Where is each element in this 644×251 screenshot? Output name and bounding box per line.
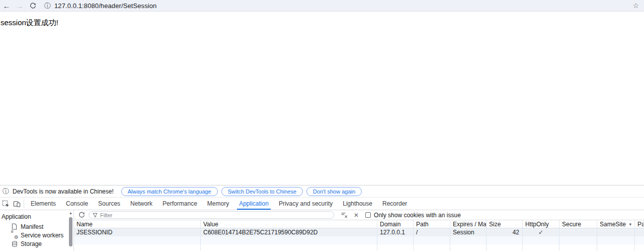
sidebar-item-service-workers[interactable]: ⚙⚙ Service workers	[0, 231, 73, 239]
sidebar-scrollbar[interactable]: ▴	[68, 211, 73, 250]
cookie-secure-cell	[559, 228, 597, 236]
column-header-partition[interactable]: Par...	[635, 220, 644, 228]
empty-cell	[201, 244, 377, 251]
empty-cell	[377, 244, 414, 251]
empty-cell	[523, 244, 559, 251]
sidebar-item-label: Service workers	[21, 232, 63, 239]
column-header-path[interactable]: Path	[414, 220, 450, 228]
tab-elements[interactable]: Elements	[26, 198, 61, 210]
manifest-file-icon	[11, 223, 18, 230]
tab-memory[interactable]: Memory	[202, 198, 234, 210]
back-icon[interactable]: ←	[0, 2, 13, 10]
empty-cell	[523, 236, 559, 244]
filter-funnel-icon	[93, 213, 98, 218]
page-info-icon[interactable]: ⓘ	[44, 3, 51, 9]
empty-cell	[414, 244, 450, 251]
samesite-header-label: SameSite	[600, 221, 626, 228]
column-header-value[interactable]: Value	[201, 220, 377, 228]
scrollbar-up-icon[interactable]: ▴	[68, 211, 73, 216]
empty-table-row	[74, 236, 644, 244]
tab-network[interactable]: Network	[125, 198, 157, 210]
tab-application[interactable]: Application	[234, 198, 274, 210]
empty-cell	[635, 244, 644, 251]
column-header-expires[interactable]: Expires / Ma...	[450, 220, 487, 228]
empty-cell	[450, 236, 487, 244]
tab-lighthouse[interactable]: Lighthouse	[338, 198, 377, 210]
application-sidebar: Application Manifest ⚙⚙ Service workers …	[0, 210, 74, 251]
cookie-name-cell: JSESSIONID	[74, 228, 201, 236]
empty-cell	[414, 236, 450, 244]
always-match-language-button[interactable]: Always match Chrome's language	[121, 187, 218, 196]
empty-cell	[450, 244, 487, 251]
delete-selected-icon[interactable]: ✕	[354, 212, 359, 218]
browser-toolbar: ← → ⓘ 127.0.0.1:8080/header/SetSession ☆	[0, 0, 644, 12]
empty-cell	[74, 236, 201, 244]
tab-sources[interactable]: Sources	[93, 198, 125, 210]
empty-cell	[597, 236, 635, 244]
infobar-message: DevTools is now available in Chinese!	[13, 188, 114, 195]
cookie-httponly-cell: ✓	[523, 228, 559, 236]
address-bar[interactable]: ⓘ 127.0.0.1:8080/header/SetSession	[44, 2, 632, 10]
sidebar-item-label: Storage	[21, 240, 42, 247]
switch-to-chinese-button[interactable]: Switch DevTools to Chinese	[221, 187, 303, 196]
refresh-cookies-icon[interactable]	[77, 212, 86, 218]
bookmark-star-icon[interactable]: ☆	[632, 2, 639, 10]
samesite-dropdown-icon[interactable]: ▾	[629, 222, 631, 227]
only-issue-checkbox[interactable]	[365, 212, 371, 218]
cookie-value-cell: C608E014714B2E75C21719590C89D92D	[201, 228, 377, 236]
filter-input[interactable]: Filter	[89, 211, 334, 219]
sidebar-section-application[interactable]: Application	[0, 210, 73, 222]
column-header-name[interactable]: Name	[74, 220, 201, 228]
tab-recorder[interactable]: Recorder	[377, 198, 412, 210]
reload-icon[interactable]	[26, 3, 39, 9]
cookie-path-cell: /	[414, 228, 450, 236]
info-icon: ⓘ	[3, 188, 9, 195]
empty-cell	[559, 244, 597, 251]
column-header-secure[interactable]: Secure	[559, 220, 597, 228]
storage-database-icon	[11, 240, 18, 247]
empty-cell	[487, 236, 523, 244]
column-header-size[interactable]: Size	[487, 220, 523, 228]
devtools-tabbar: Elements Console Sources Network Perform…	[0, 198, 644, 210]
empty-table-row	[74, 244, 644, 251]
column-header-domain[interactable]: Domain	[377, 220, 414, 228]
tabbar-separator	[24, 200, 24, 208]
inspect-element-icon[interactable]	[0, 198, 11, 210]
application-panel: Application Manifest ⚙⚙ Service workers …	[0, 210, 644, 251]
cookie-partition-cell	[635, 228, 644, 236]
empty-cell	[487, 244, 523, 251]
sidebar-item-storage[interactable]: Storage	[0, 239, 73, 248]
empty-cell	[597, 244, 635, 251]
cookie-samesite-cell	[597, 228, 635, 236]
column-header-httponly[interactable]: HttpOnly	[523, 220, 559, 228]
only-issue-label: Only show cookies with an issue	[374, 212, 461, 219]
service-workers-gears-icon: ⚙⚙	[11, 232, 18, 238]
devtools-language-infobar: ⓘ DevTools is now available in Chinese! …	[0, 185, 644, 198]
cookie-expires-cell: Session	[450, 228, 487, 236]
devtools-panel: ⓘ DevTools is now available in Chinese! …	[0, 185, 644, 251]
empty-cell	[74, 244, 201, 251]
dont-show-again-button[interactable]: Don't show again	[306, 187, 362, 196]
column-header-samesite[interactable]: SameSite▾	[597, 220, 635, 228]
cookie-row-jsessionid[interactable]: JSESSIONID C608E014714B2E75C21719590C89D…	[74, 228, 644, 236]
cookies-table-header: Name Value Domain Path Expires / Ma... S…	[74, 220, 644, 228]
cookies-toolbar: Filter ✕ Only show cookies with an issue	[74, 210, 644, 220]
page-content: session设置成功!	[0, 12, 644, 185]
tab-performance[interactable]: Performance	[157, 198, 202, 210]
cookies-view: Filter ✕ Only show cookies with an issue…	[74, 210, 644, 251]
empty-cell	[377, 236, 414, 244]
clear-all-cookies-icon[interactable]	[341, 212, 348, 218]
empty-cell	[635, 236, 644, 244]
session-message: session设置成功!	[1, 18, 58, 27]
cookie-domain-cell: 127.0.0.1	[377, 228, 414, 236]
tab-privacy-and-security[interactable]: Privacy and security	[274, 198, 338, 210]
empty-cell	[201, 236, 377, 244]
device-toolbar-icon[interactable]	[11, 198, 22, 210]
tab-console[interactable]: Console	[61, 198, 93, 210]
empty-cell	[559, 236, 597, 244]
forward-icon[interactable]: →	[13, 2, 26, 10]
cookie-size-cell: 42	[487, 228, 523, 236]
sidebar-item-label: Manifest	[21, 223, 43, 230]
filter-placeholder: Filter	[100, 212, 112, 218]
scrollbar-thumb[interactable]	[69, 217, 72, 246]
